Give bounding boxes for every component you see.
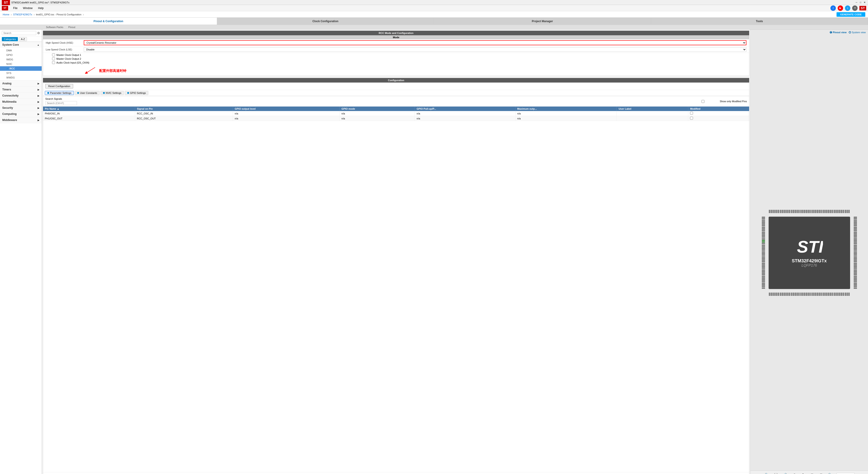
pin-bot-17 xyxy=(798,293,800,296)
close-icon[interactable]: ✕ xyxy=(863,1,866,4)
show-modified-checkbox[interactable] xyxy=(687,100,719,103)
tab-clock-config[interactable]: Clock Configuration xyxy=(217,18,434,25)
pin-right-42 xyxy=(854,284,857,285)
stm32-logo: ST xyxy=(2,6,8,10)
file-menu[interactable]: File xyxy=(11,6,20,10)
hse-row: High Speed Clock (HSE) Crystal/Ceramic R… xyxy=(43,39,749,46)
settings-icon[interactable]: ⚙ xyxy=(37,31,40,35)
audio-clock-checkbox[interactable] xyxy=(52,61,55,64)
pin-top-37 xyxy=(835,210,837,213)
search-input[interactable] xyxy=(2,31,36,35)
tab-project-manager[interactable]: Project Manager xyxy=(434,18,651,25)
config-tab-nvic[interactable]: NVIC Settings xyxy=(100,91,124,95)
master-clock-1-row: Master Clock Output 1 xyxy=(43,53,749,57)
table-row[interactable]: PH1/OSC_OUT RCC_OSC_OUT n/a n/a n/a n/a xyxy=(43,116,749,121)
sidebar-section-header-connectivity[interactable]: Connectivity ▶ xyxy=(0,93,42,99)
sidebar-tab-categories[interactable]: Categories xyxy=(2,37,18,41)
minimize-icon[interactable]: ─ xyxy=(855,1,858,4)
sidebar-section-header-analog[interactable]: Analog ▶ xyxy=(0,80,42,87)
chip-package-label: LQFP176 xyxy=(801,264,817,268)
chevron-right-icon: ▶ xyxy=(38,82,39,85)
sidebar-item-sys[interactable]: SYS xyxy=(0,71,42,75)
pin-left-14 xyxy=(762,238,765,239)
columns-icon[interactable]: ⊞ xyxy=(809,472,815,474)
sidebar-item-rcc[interactable]: RCC xyxy=(0,66,42,71)
config-tab-user[interactable]: User Constants xyxy=(75,91,100,95)
pin-right-13 xyxy=(854,236,857,238)
sidebar-item-dma[interactable]: DMA xyxy=(0,48,42,53)
pin-left-12 xyxy=(762,235,765,236)
maximize-icon[interactable]: □ xyxy=(859,1,862,4)
grid-icon[interactable]: ⊟ xyxy=(818,472,824,474)
subtab-pinout[interactable]: Pinout xyxy=(66,25,77,29)
gpio-tab-label: GPIO Settings xyxy=(130,92,146,94)
help-menu[interactable]: Help xyxy=(36,6,46,10)
sidebar-section-header-security[interactable]: Security ▶ xyxy=(0,105,42,111)
main-tabs: Pinout & Configuration Clock Configurati… xyxy=(0,18,868,25)
hse-select[interactable]: Crystal/Ceramic Resonator Disable BYPASS… xyxy=(84,40,746,45)
pin-bot-15 xyxy=(795,293,796,296)
pinout-view-tab[interactable]: Pinout view xyxy=(830,31,846,34)
sidebar-item-gpio[interactable]: GPIO xyxy=(0,53,42,57)
pin-left-2 xyxy=(762,218,765,219)
youtube-icon[interactable]: ▶ xyxy=(838,5,843,11)
network-icon[interactable]: ✦ xyxy=(852,5,858,11)
config-tab-param[interactable]: Parameter Settings xyxy=(45,91,74,95)
chevron-right-icon-mm: ▶ xyxy=(38,101,39,103)
pin-right-3 xyxy=(854,220,857,222)
tab-tools[interactable]: Tools xyxy=(651,18,868,25)
pin-bot-7 xyxy=(780,293,781,296)
twitter-icon[interactable]: t xyxy=(845,5,850,11)
pinout-view-radio[interactable] xyxy=(830,31,832,33)
show-modified-area: Show only Modified Pins xyxy=(687,100,747,103)
sidebar-item-iwdg[interactable]: IWDG xyxy=(0,57,42,62)
tab-pinout-config[interactable]: Pinout & Configuration xyxy=(0,18,217,25)
title-bar-controls[interactable]: ─ □ ✕ xyxy=(855,1,866,4)
pin-bot-24 xyxy=(811,293,813,296)
sidebar-tab-az[interactable]: A-Z xyxy=(19,37,27,41)
search-chip-icon[interactable]: 🔍 xyxy=(828,472,833,474)
sidebar-item-nvic[interactable]: NVIC xyxy=(0,62,42,66)
pin-top-15 xyxy=(795,210,796,213)
sidebar-section-timers: Timers ▶ xyxy=(0,87,42,93)
pin-right-17 xyxy=(854,243,857,244)
zoom-out-icon[interactable]: 🔍 xyxy=(764,472,770,474)
system-core-label: System Core xyxy=(2,43,19,46)
pin-left-21 xyxy=(762,249,765,251)
reset-config-button[interactable]: Reset Configuration xyxy=(45,84,73,89)
master-clock-1-checkbox[interactable] xyxy=(52,54,55,56)
pin-left-29 xyxy=(762,263,765,264)
breadcrumb-home[interactable]: Home xyxy=(3,13,9,16)
sidebar-section-header-timers[interactable]: Timers ▶ xyxy=(0,87,42,93)
search-signals-input[interactable] xyxy=(45,101,77,105)
master-clock-2-row: Master Clock Output 2 xyxy=(43,57,749,61)
svg-text:STI: STI xyxy=(797,238,823,256)
pin-left-39 xyxy=(762,279,765,280)
facebook-icon[interactable]: f xyxy=(830,5,836,11)
system-view-tab[interactable]: System view xyxy=(849,31,866,34)
sidebar-section-header-computing[interactable]: Computing ▶ xyxy=(0,111,42,117)
sidebar-section-header-middleware[interactable]: Middleware ▶ xyxy=(0,117,42,123)
generate-code-button[interactable]: GENERATE CODE xyxy=(837,12,865,17)
sidebar-section-header-multimedia[interactable]: Multimedia ▶ xyxy=(0,99,42,105)
export-icon[interactable]: ⬇ xyxy=(800,472,806,474)
chip-search-input[interactable] xyxy=(837,473,855,474)
fit-screen-icon[interactable]: ⛶ xyxy=(773,472,779,474)
print-icon[interactable]: 🖨 xyxy=(791,472,797,474)
window-menu[interactable]: Window xyxy=(21,6,35,10)
sidebar-section-header-system-core[interactable]: System Core ▲ xyxy=(0,42,42,48)
zoom-in-icon[interactable]: 🔎 xyxy=(782,472,787,474)
config-tab-gpio[interactable]: GPIO Settings xyxy=(125,91,148,95)
chip-logo-area: STI xyxy=(796,238,823,256)
title-bar: ST STM32CubeMX test01_GPIO.ioc*: STM32F4… xyxy=(0,0,868,5)
mode-section-label: Mode xyxy=(43,35,749,39)
subtab-software-packs[interactable]: Software Packs xyxy=(44,25,65,29)
lse-select[interactable]: Disable Crystal/Ceramic Resonator BYPASS… xyxy=(84,47,746,52)
sidebar-item-wwdg[interactable]: WWDG xyxy=(0,75,42,80)
chip-wrapper: STI STM32F429IGTx LQFP176 xyxy=(762,210,857,296)
master-clock-2-checkbox[interactable] xyxy=(52,57,55,60)
system-view-radio[interactable] xyxy=(849,31,851,33)
pin-top-19 xyxy=(802,210,804,213)
breadcrumb-device[interactable]: STM32F429IGTx xyxy=(13,13,32,16)
table-row[interactable]: PH0/OSC_IN RCC_OSC_IN n/a n/a n/a n/a xyxy=(43,111,749,116)
